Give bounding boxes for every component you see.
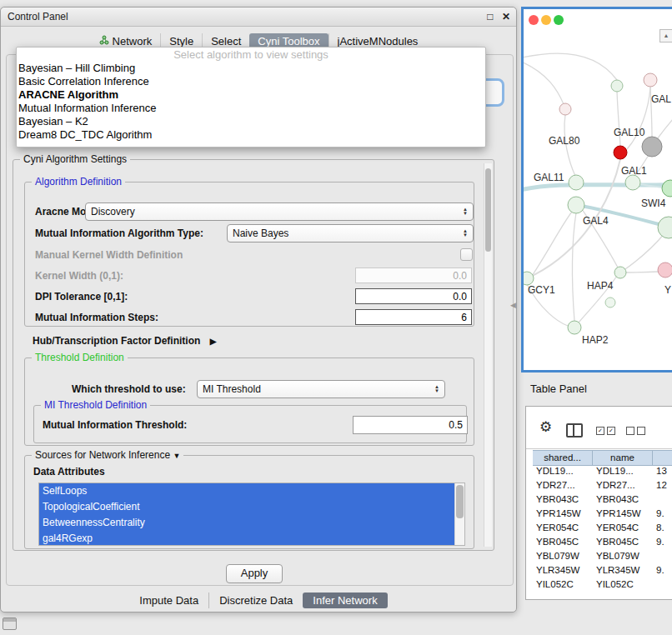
- attribute-item-topologicalcoefficient[interactable]: TopologicalCoefficient: [39, 499, 464, 515]
- network-node[interactable]: [524, 272, 534, 285]
- network-edge[interactable]: [572, 212, 576, 321]
- table-cell: YDR27...: [533, 478, 593, 492]
- mi-threshold-input[interactable]: [353, 416, 468, 434]
- network-node[interactable]: [644, 73, 657, 87]
- network-scroll-up-icon[interactable]: ▲: [659, 29, 672, 42]
- table-cell: YPR145W: [533, 507, 593, 521]
- network-node[interactable]: [625, 175, 640, 190]
- dpi-tolerance-input[interactable]: [355, 288, 472, 304]
- algorithm-dropdown-prompt: Select algorithm to view settings: [17, 48, 485, 62]
- spinner-arrows-icon: ▲▼: [463, 208, 468, 216]
- which-threshold-select[interactable]: MI Threshold ▲▼: [197, 380, 445, 398]
- attribute-item-selfloops[interactable]: SelfLoops: [39, 483, 464, 499]
- algorithm-option-bayesian-k2[interactable]: Bayesian – K2: [17, 115, 485, 128]
- mi-threshold-group: MI Threshold Definition Mutual Informati…: [33, 405, 467, 443]
- algorithm-option-basic-correlation-inference[interactable]: Basic Correlation Inference: [17, 75, 485, 88]
- table-cell: 9.: [653, 563, 672, 578]
- network-node[interactable]: [658, 262, 672, 278]
- network-node[interactable]: [642, 137, 662, 157]
- manual-kernel-checkbox[interactable]: [460, 248, 473, 261]
- table-cell: [653, 492, 672, 507]
- gear-icon[interactable]: ⚙: [539, 418, 552, 436]
- table-row[interactable]: YBR045CYBR045C9.: [533, 535, 672, 549]
- network-node[interactable]: [614, 267, 626, 278]
- algorithm-option-bayesian-hill-climbing[interactable]: Bayesian – Hill Climbing: [17, 62, 485, 75]
- network-node[interactable]: [611, 80, 623, 92]
- table-row[interactable]: YBL079WYBL079W: [533, 549, 672, 563]
- sources-title[interactable]: Sources for Network Inference ▼: [32, 449, 183, 461]
- table-row[interactable]: YIL052CYIL052C: [533, 578, 672, 592]
- table-cell: YLR345W: [593, 563, 653, 578]
- network-node[interactable]: [568, 321, 581, 334]
- attribute-item-betweennesscentrality[interactable]: BetweennessCentrality: [39, 515, 464, 531]
- kernel-width-label: Kernel Width (0,1):: [35, 270, 123, 282]
- network-node[interactable]: [658, 217, 672, 238]
- table-cell: YIL052C: [533, 578, 593, 592]
- network-node[interactable]: [559, 103, 571, 115]
- bottom-tab-infer-network[interactable]: Infer Network: [303, 592, 387, 608]
- bottom-tab-impute-data[interactable]: Impute Data: [129, 592, 208, 608]
- table-row[interactable]: YER054CYER054C8.: [533, 521, 672, 535]
- spinner-arrows-icon: ▲▼: [434, 385, 439, 393]
- attribute-list-scrollbar-thumb[interactable]: [456, 485, 464, 518]
- bottom-tab-discretize-data[interactable]: Discretize Data: [208, 592, 303, 608]
- column-header-name[interactable]: name: [593, 451, 653, 465]
- minimized-window-icon[interactable]: [3, 618, 17, 630]
- table-cell: YBL079W: [533, 549, 593, 563]
- columns-icon[interactable]: [566, 423, 583, 438]
- network-node-label: GAL80: [549, 135, 580, 147]
- attribute-item-gal4rgexp[interactable]: gal4RGexp: [39, 531, 464, 546]
- algorithm-option-mutual-information-inference[interactable]: Mutual Information Inference: [17, 102, 485, 115]
- float-window-icon[interactable]: □: [487, 11, 493, 22]
- network-node-label: GCY1: [528, 284, 555, 296]
- which-threshold-value: MI Threshold: [203, 383, 261, 395]
- network-node[interactable]: [569, 175, 584, 190]
- network-edge[interactable]: [657, 108, 672, 139]
- settings-scrollbar[interactable]: [484, 163, 492, 547]
- algorithm-option-aracne-algorithm[interactable]: ARACNE Algorithm: [17, 88, 485, 102]
- attribute-list-scrollbar[interactable]: [454, 483, 464, 545]
- table-row[interactable]: YDL19...YDL19...13: [533, 464, 672, 478]
- network-icon: [99, 35, 109, 48]
- network-graph[interactable]: GALGAL80GAL10GAL11GAL1SWI4GAL4GCY1HAP4YH…: [524, 9, 672, 370]
- network-view-window[interactable]: GALGAL80GAL10GAL11GAL1SWI4GAL4GCY1HAP4YH…: [521, 7, 672, 372]
- column-header-shared[interactable]: shared...: [533, 451, 593, 465]
- unchecked-pair-icon[interactable]: [626, 427, 645, 435]
- network-node[interactable]: [568, 197, 584, 213]
- table-row[interactable]: YDR27...YDR27...12: [533, 478, 672, 492]
- network-edge[interactable]: [532, 212, 572, 276]
- network-node-label: GAL1: [621, 165, 647, 177]
- kernel-width-input[interactable]: [355, 268, 472, 283]
- table-row[interactable]: YBR043CYBR043C: [533, 492, 672, 507]
- mi-steps-input[interactable]: [355, 309, 472, 325]
- algorithm-option-dream8-dc-tdc-algorithm[interactable]: Dream8 DC_TDC Algorithm: [17, 128, 485, 142]
- bottom-tab-bar: Impute DataDiscretize DataInfer Network: [1, 591, 516, 609]
- threshold-definition-title: Threshold Definition: [32, 352, 128, 363]
- algorithm-definition-group: Algorithm Definition Aracne Mode: Discov…: [24, 182, 474, 327]
- close-icon[interactable]: ✕: [502, 11, 510, 22]
- data-attributes-list[interactable]: SelfLoopsTopologicalCoefficientBetweenne…: [38, 482, 465, 546]
- column-header-2[interactable]: [653, 451, 672, 465]
- settings-scrollbar-thumb[interactable]: [485, 168, 491, 252]
- network-node[interactable]: [662, 180, 672, 197]
- hub-tf-definition-expander[interactable]: Hub/Transcription Factor Definition ▶: [33, 335, 216, 347]
- network-node[interactable]: [614, 146, 627, 159]
- mi-steps-label: Mutual Information Steps:: [35, 312, 158, 323]
- network-edge[interactable]: [626, 272, 658, 272]
- network-edge[interactable]: [524, 53, 617, 80]
- table-row[interactable]: YLR345WYLR345W9.: [533, 563, 672, 578]
- table-cell: 12: [653, 478, 672, 492]
- table-cell: YDL19...: [533, 464, 593, 478]
- network-node[interactable]: [605, 298, 615, 308]
- checked-pair-icon[interactable]: ✓ ✓: [596, 427, 615, 435]
- aracne-mode-select[interactable]: Discovery ▲▼: [85, 202, 474, 221]
- table-row[interactable]: YPR145WYPR145W9.: [533, 507, 672, 521]
- control-panel-titlebar[interactable]: Control Panel □ ✕: [1, 8, 516, 27]
- splitter-collapse-icon[interactable]: ◀: [510, 301, 516, 309]
- table-cell: [653, 578, 672, 592]
- network-edge[interactable]: [524, 59, 564, 104]
- apply-button[interactable]: Apply: [226, 564, 283, 583]
- manual-kernel-label: Manual Kernel Width Definition: [35, 249, 183, 261]
- mi-type-select[interactable]: Naive Bayes ▲▼: [227, 224, 474, 242]
- expand-right-icon: ▶: [210, 337, 217, 346]
